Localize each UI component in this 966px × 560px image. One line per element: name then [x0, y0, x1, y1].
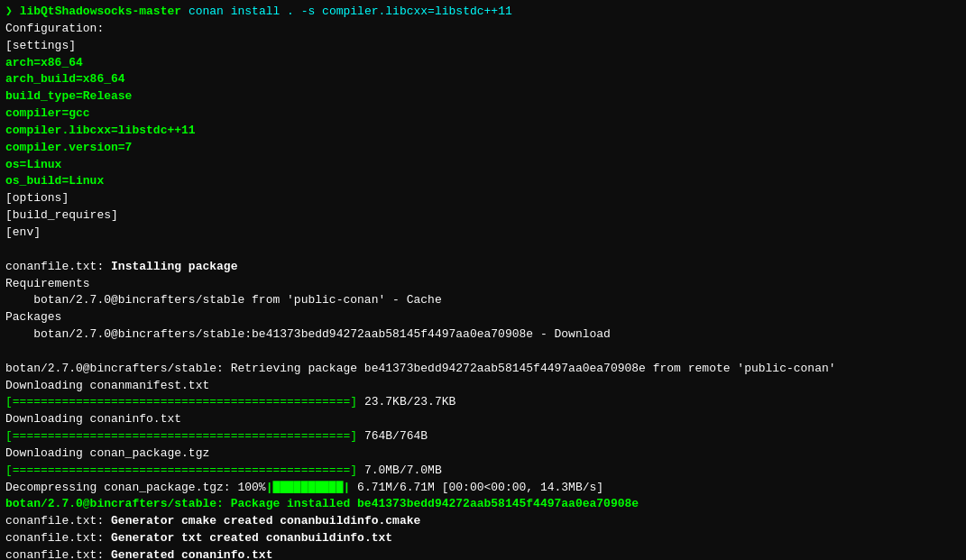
- progress-bar-2: [=======================================…: [5, 428, 961, 445]
- os-line: os=Linux: [5, 157, 961, 174]
- decompressing-line: Decompressing conan_package.tgz: 100%|██…: [5, 480, 961, 497]
- generator-txt-text: Generator txt created conanbuildinfo.txt: [111, 531, 392, 545]
- generator-txt-line: conanfile.txt: Generator txt created con…: [5, 530, 961, 547]
- prompt-directory: libQtShadowsocks-master: [20, 5, 181, 18]
- generator-cmake-text: Generator cmake created conanbuildinfo.c…: [111, 514, 420, 528]
- conanfile-prefix: conanfile.txt:: [5, 260, 111, 273]
- blank-line-2: [5, 344, 961, 361]
- build-requires-line: [build_requires]: [5, 207, 961, 225]
- progress-bar-3: [=======================================…: [5, 463, 961, 480]
- config-line: Configuration:: [5, 21, 961, 38]
- progress-bar-1: [=======================================…: [5, 394, 961, 411]
- package-installed-line: botan/2.7.0@bincrafters/stable: Package …: [5, 496, 961, 513]
- env-line: [env]: [5, 225, 961, 242]
- arch-line: arch=x86_64: [5, 55, 961, 72]
- generated-conaninfo-text: Generated conaninfo.txt: [111, 548, 272, 560]
- terminal-window: ❯ libQtShadowsocks-master conan install …: [0, 0, 966, 560]
- prompt-command: conan install . -s compiler.libcxx=libst…: [181, 5, 512, 18]
- arch-build-line: arch_build=x86_64: [5, 71, 961, 88]
- options-line: [options]: [5, 190, 961, 207]
- progress-size-1: 23.7KB/23.7KB: [357, 395, 455, 409]
- progress-size-2: 764B/764B: [357, 429, 428, 443]
- build-type-line: build_type=Release: [5, 88, 961, 106]
- generated-conaninfo-line: conanfile.txt: Generated conaninfo.txt: [5, 547, 961, 560]
- conanfile-prefix-txt: conanfile.txt:: [5, 531, 111, 545]
- compiler-libcxx-line: compiler.libcxx=libstdc++11: [5, 123, 961, 140]
- compiler-line: compiler=gcc: [5, 106, 961, 123]
- settings-line: [settings]: [5, 38, 961, 55]
- generator-cmake-line: conanfile.txt: Generator cmake created c…: [5, 513, 961, 530]
- decompressing-stats: 6.71M/6.71M [00:00<00:00, 14.3MB/s]: [350, 481, 603, 494]
- compiler-version-line: compiler.version=7: [5, 140, 961, 157]
- conanfile-installing-line: conanfile.txt: Installing package: [5, 259, 961, 276]
- conanfile-prefix-conaninfo: conanfile.txt:: [5, 548, 111, 560]
- botan-download-line: botan/2.7.0@bincrafters/stable:be41373be…: [5, 326, 961, 344]
- prompt-arrow: ❯: [5, 5, 20, 18]
- requirements-line: Requirements: [5, 276, 961, 293]
- progress-fill-3: [=======================================…: [5, 464, 357, 477]
- botan-cache-line: botan/2.7.0@bincrafters/stable from 'pub…: [5, 292, 961, 309]
- prompt-line: ❯ libQtShadowsocks-master conan install …: [5, 4, 961, 21]
- packages-line: Packages: [5, 309, 961, 326]
- blank-line-1: [5, 242, 961, 259]
- decompressing-bar: |██████████|: [266, 481, 351, 494]
- downloading-info-line: Downloading conaninfo.txt: [5, 411, 961, 428]
- retrieving-line: botan/2.7.0@bincrafters/stable: Retrievi…: [5, 361, 961, 378]
- os-build-line: os_build=Linux: [5, 173, 961, 190]
- installing-text: Installing package: [111, 260, 237, 273]
- downloading-package-line: Downloading conan_package.tgz: [5, 445, 961, 463]
- progress-fill-1: [=======================================…: [5, 395, 357, 409]
- progress-fill-2: [=======================================…: [5, 429, 357, 443]
- progress-size-3: 7.0MB/7.0MB: [357, 464, 442, 477]
- decompressing-text: Decompressing conan_package.tgz: 100%: [5, 481, 266, 494]
- conanfile-prefix-cmake: conanfile.txt:: [5, 514, 111, 528]
- downloading-manifest-line: Downloading conanmanifest.txt: [5, 378, 961, 395]
